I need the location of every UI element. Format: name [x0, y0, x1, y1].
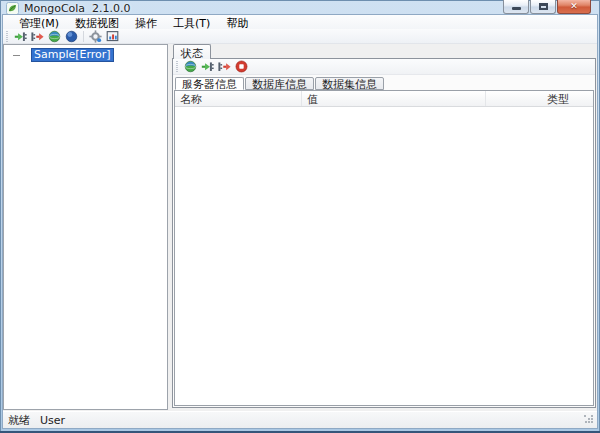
- mongocola-window: { "titlebar": { "title": "MongoCola 2.1.…: [0, 0, 600, 433]
- menu-data-view[interactable]: 数据视图: [67, 15, 127, 29]
- column-header-type[interactable]: 类型: [486, 91, 593, 106]
- status-tabpage: 服务器信息 数据库信息 数据集信息 名称 值 类型: [172, 58, 596, 408]
- database-icon[interactable]: [63, 30, 80, 43]
- disconnect-icon[interactable]: [29, 30, 46, 43]
- tab-status[interactable]: 状态: [173, 44, 211, 59]
- menu-operation[interactable]: 操作: [127, 15, 165, 29]
- maximize-icon: [539, 3, 548, 10]
- tab-collection-info[interactable]: 数据集信息: [315, 77, 384, 90]
- close-icon: ✕: [558, 0, 590, 13]
- status-user-label: User: [40, 414, 65, 427]
- tab-database-info[interactable]: 数据库信息: [245, 77, 314, 90]
- menu-help[interactable]: 帮助: [218, 15, 256, 29]
- status-toolbar-grip: [175, 61, 179, 72]
- web-icon[interactable]: [46, 30, 63, 43]
- toolbar-separator: [83, 31, 84, 42]
- tools-icon[interactable]: [87, 30, 104, 43]
- status-toolbar: [173, 59, 595, 75]
- statusbar: 就绪 User: [3, 411, 597, 428]
- status-ready-label: 就绪: [8, 413, 30, 428]
- maximize-button[interactable]: [530, 0, 556, 14]
- listview-body: [175, 107, 593, 405]
- resize-grip-icon[interactable]: [584, 415, 594, 425]
- app-logo-icon: [6, 2, 19, 15]
- tree-node-sample[interactable]: Sample[Error]: [4, 48, 167, 62]
- main-toolbar: [3, 29, 597, 44]
- minimize-icon: [512, 7, 521, 10]
- menu-manage[interactable]: 管理(M): [11, 15, 67, 29]
- listview-header: 名称 值 类型: [175, 91, 593, 107]
- menu-tools[interactable]: 工具(T): [165, 15, 218, 29]
- column-header-value[interactable]: 值: [302, 91, 486, 106]
- server-info-listview: 名称 值 类型: [174, 90, 594, 406]
- connection-tree-panel: Sample[Error]: [3, 44, 168, 410]
- toolbar-grip: [5, 31, 9, 42]
- titlebar[interactable]: MongoCola 2.1.0.0 ✕: [0, 0, 600, 15]
- stop-icon[interactable]: [233, 60, 250, 73]
- window-title: MongoCola 2.1.0.0: [24, 2, 131, 15]
- tabstrip: 状态: [172, 44, 596, 59]
- close-button[interactable]: ✕: [557, 0, 591, 14]
- menubar: 管理(M) 数据视图 操作 工具(T) 帮助: [3, 15, 597, 29]
- caption-buttons: ✕: [503, 0, 591, 14]
- info-tabs: 服务器信息 数据库信息 数据集信息: [173, 75, 595, 90]
- column-header-name[interactable]: 名称: [175, 91, 302, 106]
- minimize-button[interactable]: [503, 0, 529, 14]
- main-area: Sample[Error] 状态: [3, 44, 597, 410]
- server-connect-icon[interactable]: [199, 60, 216, 73]
- client-area: 管理(M) 数据视图 操作 工具(T) 帮助: [3, 15, 597, 428]
- monitor-icon[interactable]: [104, 30, 121, 43]
- server-disconnect-icon[interactable]: [216, 60, 233, 73]
- refresh-web-icon[interactable]: [182, 60, 199, 73]
- tree-expander-icon[interactable]: [13, 55, 20, 56]
- tree-node-label[interactable]: Sample[Error]: [31, 48, 114, 62]
- connect-icon[interactable]: [12, 30, 29, 43]
- status-panel: 状态: [172, 44, 596, 408]
- tab-server-info[interactable]: 服务器信息: [175, 77, 244, 90]
